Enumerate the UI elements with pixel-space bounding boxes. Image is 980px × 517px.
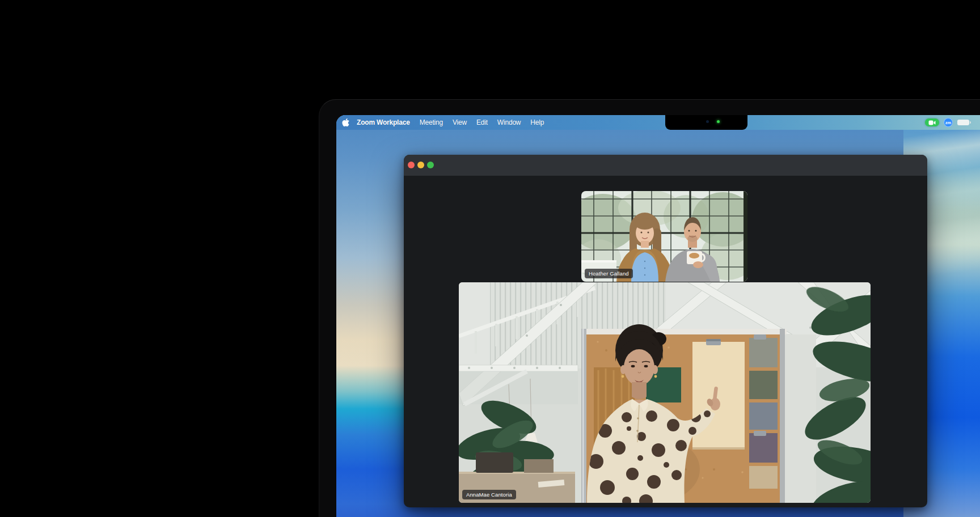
menu-bar: Zoom Workplace Meeting View Edit Window … bbox=[336, 115, 980, 130]
promo-canvas: Zoom Workplace Meeting View Edit Window … bbox=[0, 0, 980, 517]
camera-active-indicator-icon[interactable] bbox=[925, 118, 939, 126]
menu-item-window[interactable]: Window bbox=[497, 118, 521, 126]
battery-icon[interactable] bbox=[957, 120, 969, 125]
window-titlebar[interactable] bbox=[404, 155, 927, 176]
menu-bar-status-area: zm bbox=[925, 115, 969, 130]
notch-camera-lens bbox=[706, 120, 709, 123]
menu-item-help[interactable]: Help bbox=[530, 118, 544, 126]
video-feed-speaker bbox=[459, 282, 871, 503]
close-button[interactable] bbox=[408, 162, 415, 168]
menu-item-view[interactable]: View bbox=[453, 118, 467, 126]
zoom-meeting-window: Heather Galland bbox=[404, 155, 927, 507]
video-tile-thumbnail[interactable]: Heather Galland bbox=[581, 191, 747, 282]
camera-notch bbox=[665, 115, 747, 130]
participant-name-label: Heather Galland bbox=[585, 269, 633, 279]
menu-item-app-name[interactable]: Zoom Workplace bbox=[357, 118, 410, 126]
zoom-app-menu-icon[interactable]: zm bbox=[944, 118, 953, 127]
camera-led-indicator bbox=[717, 120, 720, 123]
macbook-device: Zoom Workplace Meeting View Edit Window … bbox=[319, 99, 980, 517]
menu-item-edit[interactable]: Edit bbox=[476, 118, 488, 126]
video-tile-main-speaker[interactable]: AnnaMae Cantoria bbox=[459, 282, 871, 503]
apple-menu-icon[interactable] bbox=[342, 118, 349, 127]
minimize-button[interactable] bbox=[417, 162, 424, 168]
fullscreen-button[interactable] bbox=[427, 162, 434, 168]
macbook-screen: Zoom Workplace Meeting View Edit Window … bbox=[336, 115, 980, 517]
participant-name-label: AnnaMae Cantoria bbox=[462, 490, 516, 500]
menu-item-meeting[interactable]: Meeting bbox=[420, 118, 443, 126]
